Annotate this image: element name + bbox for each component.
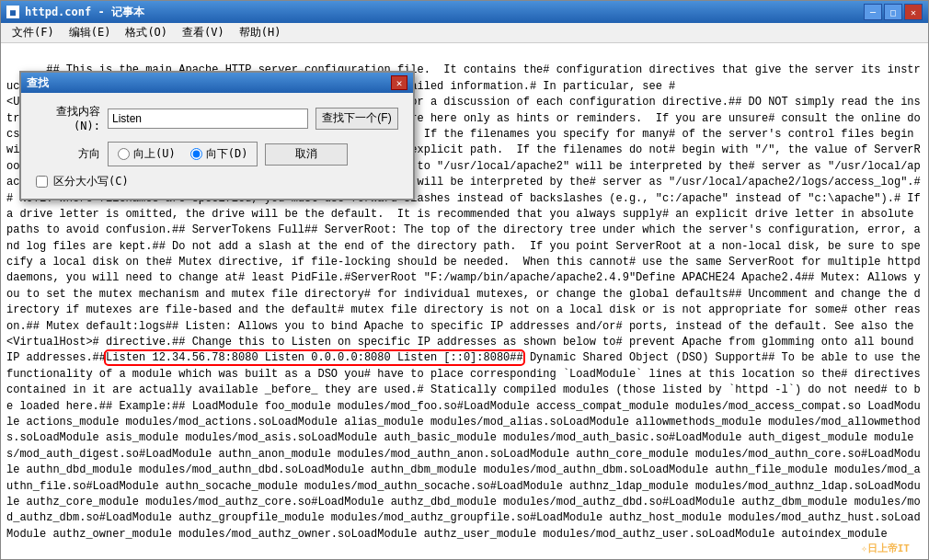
- close-button[interactable]: ✕: [904, 4, 923, 20]
- find-dialog: 查找 ✕ 查找内容(N): 查找下一个(F) 方向 向上(: [19, 71, 415, 200]
- radio-up[interactable]: [118, 148, 130, 160]
- case-sensitive-checkbox[interactable]: [36, 176, 48, 188]
- menu-view[interactable]: 查看(V): [175, 23, 232, 42]
- menu-file[interactable]: 文件(F): [5, 23, 62, 42]
- dialog-title-text: 查找: [27, 75, 49, 91]
- dialog-title-bar: 查找 ✕: [21, 73, 413, 93]
- title-bar: ■ httpd.conf - 记事本 ─ □ ✕: [1, 1, 928, 23]
- app-icon: ■: [6, 6, 19, 18]
- dialog-close-button[interactable]: ✕: [391, 75, 407, 90]
- menu-edit[interactable]: 编辑(E): [62, 23, 119, 42]
- cancel-button[interactable]: 取消: [265, 143, 348, 166]
- direction-row: 方向 向上(U) 向下(D) 取消: [36, 142, 398, 166]
- radio-down[interactable]: [190, 148, 202, 160]
- radio-up-label: 向上(U): [133, 146, 176, 162]
- case-sensitive-label: 区分大小写(C): [53, 174, 129, 189]
- window-title: httpd.conf - 记事本: [25, 5, 144, 20]
- main-window: ■ httpd.conf - 记事本 ─ □ ✕ 文件(F) 编辑(E) 格式(…: [0, 0, 929, 560]
- maximize-button[interactable]: □: [884, 4, 902, 20]
- radio-up-item: 向上(U): [118, 146, 176, 162]
- direction-group: 向上(U) 向下(D): [108, 142, 258, 166]
- dialog-body: 查找内容(N): 查找下一个(F) 方向 向上(U): [21, 93, 413, 199]
- menu-help[interactable]: 帮助(H): [232, 23, 289, 42]
- title-controls: ─ □ ✕: [864, 4, 923, 20]
- find-next-button[interactable]: 查找下一个(F): [315, 108, 398, 130]
- highlighted-listen: Listen 12.34.56.78:8080 Listen 0.0.0.0:8…: [106, 351, 523, 364]
- text-after-highlight: Dynamic Shared Object (DSO) Support## To…: [6, 351, 927, 540]
- radio-down-label: 向下(D): [206, 146, 248, 162]
- radio-down-item: 向下(D): [190, 146, 248, 162]
- checkbox-row: 区分大小写(C): [36, 174, 398, 189]
- menu-bar: 文件(F) 编辑(E) 格式(O) 查看(V) 帮助(H): [1, 23, 928, 43]
- menu-format[interactable]: 格式(O): [118, 23, 175, 42]
- title-bar-left: ■ httpd.conf - 记事本: [6, 5, 144, 20]
- watermark: ✧日上帝IT: [861, 542, 910, 555]
- direction-label: 方向: [36, 146, 100, 162]
- find-input-row: 查找内容(N): 查找下一个(F): [36, 104, 398, 132]
- minimize-button[interactable]: ─: [864, 4, 882, 20]
- find-label: 查找内容(N):: [36, 104, 100, 132]
- text-area: ## This is the main Apache HTTP server c…: [1, 43, 928, 559]
- find-input[interactable]: [108, 109, 308, 129]
